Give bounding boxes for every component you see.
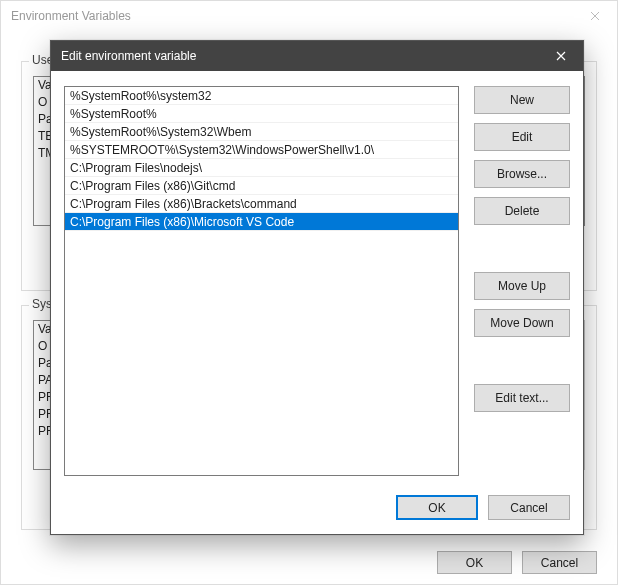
path-row[interactable]: C:\Program Files (x86)\Microsoft VS Code [65,213,458,231]
edit-cancel-button[interactable]: Cancel [488,495,570,520]
side-buttons: New Edit Browse... Delete Move Up Move D… [474,86,570,412]
path-row[interactable]: C:\Program Files (x86)\Brackets\command [65,195,458,213]
delete-button[interactable]: Delete [474,197,570,225]
edit-close-button[interactable] [538,41,583,71]
parent-titlebar: Environment Variables [1,1,617,31]
edit-titlebar: Edit environment variable [51,41,583,71]
edit-button[interactable]: Edit [474,123,570,151]
new-button[interactable]: New [474,86,570,114]
path-row[interactable]: %SystemRoot% [65,105,458,123]
edit-body: %SystemRoot%\system32%SystemRoot%%System… [64,86,570,486]
parent-close-button[interactable] [572,1,617,31]
edit-text-button[interactable]: Edit text... [474,384,570,412]
browse-button[interactable]: Browse... [474,160,570,188]
close-icon [590,11,600,21]
path-row[interactable]: %SYSTEMROOT%\System32\WindowsPowerShell\… [65,141,458,159]
parent-ok-button[interactable]: OK [437,551,512,574]
move-up-button[interactable]: Move Up [474,272,570,300]
edit-title: Edit environment variable [61,49,196,63]
close-icon [556,51,566,61]
parent-cancel-button[interactable]: Cancel [522,551,597,574]
edit-env-var-dialog: Edit environment variable %SystemRoot%\s… [50,40,584,535]
parent-title: Environment Variables [11,9,131,23]
path-row[interactable]: %SystemRoot%\system32 [65,87,458,105]
parent-footer: OK Cancel [437,551,597,574]
move-down-button[interactable]: Move Down [474,309,570,337]
path-row[interactable]: %SystemRoot%\System32\Wbem [65,123,458,141]
edit-footer: OK Cancel [396,495,570,520]
edit-ok-button[interactable]: OK [396,495,478,520]
path-row[interactable]: C:\Program Files\nodejs\ [65,159,458,177]
paths-list[interactable]: %SystemRoot%\system32%SystemRoot%%System… [64,86,459,476]
path-row[interactable]: C:\Program Files (x86)\Git\cmd [65,177,458,195]
